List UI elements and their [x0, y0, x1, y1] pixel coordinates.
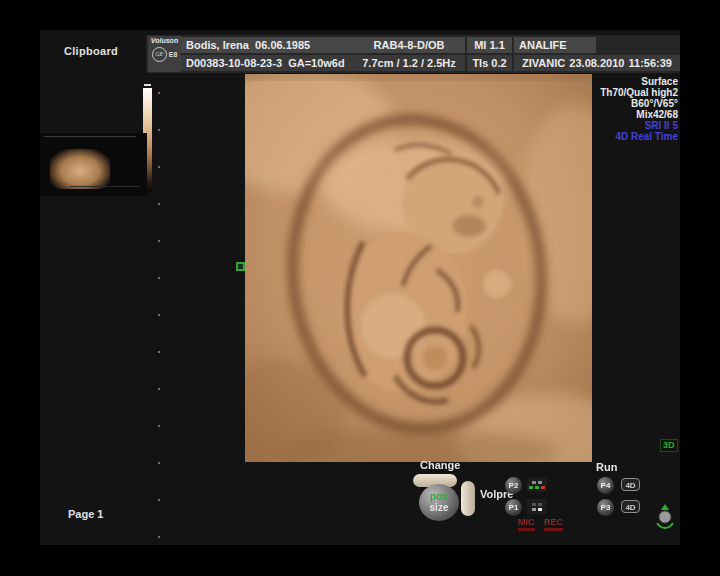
operator-name: ZIVANIC [522, 55, 565, 71]
scan-params: 7.7cm / 1.2 / 2.5Hz [362, 57, 456, 69]
probe-id: RAB4-8-D/OB [374, 39, 445, 51]
fetus-3d-image [245, 74, 592, 462]
3d-orientation-icon: 3D [660, 439, 678, 452]
status-dot [532, 508, 536, 511]
exam-id-cell: D00383-10-08-23-3 GA=10w6d [181, 55, 360, 71]
thumbnail-fetus-preview [50, 149, 110, 189]
brand-logo: Voluson GE E8 [148, 36, 181, 72]
p1-button[interactable]: P1 [505, 499, 522, 516]
p3-button[interactable]: P3 [597, 499, 614, 516]
mic-label: MIC [518, 517, 535, 531]
operator-datetime-cell: ZIVANIC 23.08.2010 11:56:39 [514, 55, 680, 71]
status-dot [538, 508, 542, 511]
clipboard-thumbnail[interactable] [40, 133, 147, 196]
p4-4d-key-icon[interactable]: 4D [621, 478, 640, 491]
brand-name: Voluson [148, 36, 181, 45]
scan-params-cell: 7.7cm / 1.2 / 2.5Hz [353, 55, 465, 71]
mi-value: MI 1.1 [474, 39, 505, 51]
patient-dob: 06.06.1985 [255, 39, 310, 51]
trackball-right-key[interactable] [461, 481, 475, 516]
depth-ruler [158, 92, 160, 540]
colorbar-tick [144, 84, 151, 86]
facility-cell: ANALIFE [514, 37, 596, 53]
status-dot-red [541, 486, 545, 489]
machine-model: E8 [169, 51, 178, 58]
change-label: Change [420, 459, 460, 471]
status-dot [532, 503, 536, 506]
p4-button[interactable]: P4 [597, 477, 614, 494]
trackball-pos-size-button[interactable]: pos size [419, 484, 459, 521]
exam-time: 11:56:39 [629, 55, 672, 71]
trackball-icon [653, 503, 677, 530]
exam-date: 23.08.2010 [569, 55, 624, 71]
status-dot [538, 481, 542, 484]
status-dot [538, 503, 542, 506]
thumbnail-text-line [44, 136, 136, 137]
exam-id: D00383-10-08-23-3 [186, 57, 282, 69]
clipboard-page-label: Page 1 [68, 508, 103, 520]
voluson-ultrasound-screen: Clipboard Voluson GE E8 Bodis, Irena 06.… [0, 0, 720, 576]
run-label: Run [596, 461, 617, 473]
roi-marker[interactable] [236, 262, 245, 271]
probe-cell: RAB4-8-D/OB [353, 37, 465, 53]
p1-printer-status-icon [527, 499, 547, 514]
size-label: size [419, 502, 459, 513]
gestational-age: GA=10w6d [288, 57, 345, 69]
status-dot [532, 481, 536, 484]
clipboard-label: Clipboard [64, 45, 118, 57]
thumbnail-baseline [70, 186, 140, 187]
p2-button[interactable]: P2 [505, 477, 522, 494]
pos-label: pos [419, 491, 459, 502]
tis-value: TIs 0.2 [472, 57, 506, 69]
p2-printer-status-icon [527, 477, 547, 492]
patient-name: Bodis, Irena [186, 39, 249, 51]
rec-label: REC [544, 517, 563, 531]
patient-name-cell: Bodis, Irena 06.06.1985 [181, 37, 360, 53]
p3-4d-key-icon[interactable]: 4D [621, 500, 640, 513]
ge-logo-icon: GE [152, 47, 167, 62]
status-dot-green [529, 486, 533, 489]
mi-cell: MI 1.1 [467, 37, 512, 53]
ultrasound-render [245, 74, 592, 462]
facility-name: ANALIFE [519, 39, 567, 51]
tis-cell: TIs 0.2 [467, 55, 512, 71]
status-dot-green [535, 486, 539, 489]
